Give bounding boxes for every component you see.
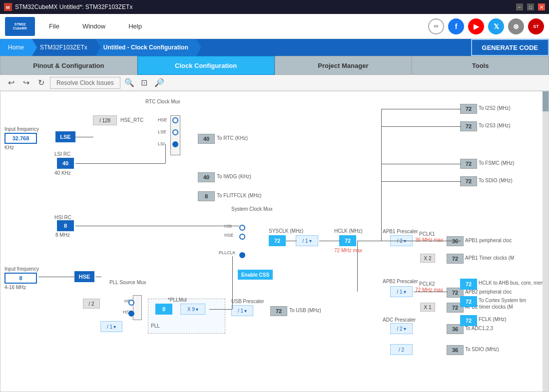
fsmc-value: 72	[460, 159, 477, 169]
ahb-prescaler[interactable]: / 1 ▾	[296, 235, 318, 246]
sdio2-value: 36	[447, 345, 464, 355]
hse-div128: / 128	[93, 115, 117, 125]
pll-hsi-radio[interactable]	[128, 300, 134, 306]
vertical-scrollbar[interactable]	[543, 91, 549, 392]
rtc-lsi-radio[interactable]	[172, 141, 178, 147]
line-hsi-sys	[75, 226, 239, 226]
rtc-unit: To RTC (KHz)	[217, 135, 248, 141]
i2s2-value: 72	[460, 104, 477, 114]
iwdg-unit: To IWDG (KHz)	[217, 174, 251, 179]
hsi-rc-label: HSI RC	[54, 215, 71, 220]
twitter-icon[interactable]: 𝕏	[488, 18, 504, 34]
hse-box: HSE	[74, 271, 94, 282]
flitfclk-value: 8	[198, 191, 215, 201]
app-logo: STM32 CubeMX	[5, 17, 35, 36]
menu-window[interactable]: Window	[78, 20, 109, 32]
apb2-prescaler[interactable]: / 1 ▾	[390, 286, 413, 297]
youtube-icon[interactable]: ▶	[468, 18, 484, 34]
line-i2s3	[381, 126, 461, 127]
fclk-value: 72	[460, 315, 477, 326]
menu-items: File Window Help	[45, 20, 428, 32]
generate-code-button[interactable]: GENERATE CODE	[471, 39, 549, 56]
redo-button[interactable]: ↪	[20, 77, 32, 89]
line-lse-mux	[75, 137, 93, 137]
line-sdio	[381, 181, 461, 182]
sys-pll-radio[interactable]	[239, 252, 245, 258]
usb-div[interactable]: / 1 ▾	[231, 305, 253, 316]
st-icon[interactable]: ST	[528, 18, 544, 34]
line-lsi-v	[165, 144, 166, 163]
tab-project[interactable]: Project Manager	[275, 56, 412, 75]
menu-help[interactable]: Help	[124, 20, 146, 32]
refresh-button[interactable]: ↻	[35, 77, 47, 89]
cortex-timer-value: 72	[460, 296, 477, 307]
sdio-value: 72	[460, 176, 477, 186]
cortex-timer-unit: To Cortex System tim	[479, 298, 526, 303]
lse-box: LSE	[55, 131, 75, 142]
enable-css-button[interactable]: Enable CSS	[238, 270, 273, 280]
sys-hsi-radio[interactable]	[239, 225, 245, 231]
input-freq1-value[interactable]: 32.768	[4, 133, 37, 144]
hsi-box: 8	[57, 220, 74, 231]
maximize-btn[interactable]: □	[527, 3, 534, 10]
network-icon[interactable]: ⊛	[508, 18, 524, 34]
rtc-lse-radio[interactable]	[172, 129, 178, 135]
window-controls[interactable]: − □ ✕	[516, 3, 545, 10]
pclk1-max: 36 MHz max	[415, 237, 443, 243]
apb1-periph-unit: APB1 peripheral cloc	[465, 238, 512, 243]
lsi-rtc-label: LSI	[158, 141, 165, 146]
adc-prescaler[interactable]: / 2 ▾	[390, 323, 413, 334]
sdio-unit: To SDIO (MHz)	[479, 178, 513, 183]
pll-multiplier[interactable]: X 9 ▾	[180, 304, 205, 315]
line-apb2-periph	[414, 292, 448, 292]
pll-div1[interactable]: / 1 ▾	[100, 321, 122, 332]
nav-page[interactable]: Untitled - Clock Configuration	[95, 39, 196, 56]
nav-device[interactable]: STM32F103ZETx	[32, 39, 95, 56]
sdio2-prescaler[interactable]: / 2	[390, 344, 413, 355]
zoom-in-button[interactable]: 🔍	[123, 77, 135, 89]
input-freq2-value[interactable]: 8	[4, 273, 37, 284]
tab-pinout[interactable]: Pinout & Configuration	[0, 56, 137, 75]
sys-hse-radio[interactable]	[239, 234, 245, 240]
pll-mul-label: *PLLMul	[168, 297, 187, 303]
pll-hse-radio[interactable]	[128, 311, 134, 317]
social-icons: 89 f ▶ 𝕏 ⊛ ST	[428, 18, 544, 34]
undo-button[interactable]: ↩	[5, 77, 17, 89]
sysclk-label: SYSCLK (MHz)	[269, 228, 303, 234]
main-content: Input frequency 32.768 KHz LSE LSI RC 40…	[0, 91, 549, 392]
fsmc-unit: To FSMC (MHz)	[479, 160, 515, 166]
title-bar: M STM32CubeMX Untitled*: STM32F103ZETx −…	[0, 0, 549, 14]
hsi-div2: / 2	[83, 299, 100, 309]
fclk-unit: FCLK (MHz)	[479, 317, 507, 322]
lsi-unit: 40 KHz	[54, 170, 71, 176]
pll-source-mux-label: PLL Source Mux	[109, 280, 146, 285]
apb1-timer-value: 72	[447, 254, 464, 264]
sdio2-unit: To SDIO (MHz)	[465, 347, 499, 352]
resolve-clock-button[interactable]: Resolve Clock Issues	[50, 77, 120, 89]
pll-mux-box	[133, 295, 142, 320]
clock-diagram: Input frequency 32.768 KHz LSE LSI RC 40…	[0, 91, 549, 392]
minimize-btn[interactable]: −	[516, 3, 523, 10]
hclk-value: 72	[339, 235, 356, 246]
adc-prescaler-label: ADC Prescaler	[383, 317, 416, 323]
input-freq2-label: Input frequency	[4, 266, 39, 272]
flitfclk-unit: To FLITFCLK (MHz)	[217, 193, 261, 198]
menu-file[interactable]: File	[45, 20, 63, 32]
pll-value: 8	[155, 304, 172, 315]
tab-clock[interactable]: Clock Configuration	[137, 56, 275, 75]
hclk-ahb-value: 72	[460, 279, 477, 290]
close-btn[interactable]: ✕	[538, 3, 545, 10]
scrollbar-thumb[interactable]	[543, 91, 549, 111]
facebook-icon[interactable]: f	[448, 18, 464, 34]
tab-tools[interactable]: Tools	[412, 56, 549, 75]
line-pll-pllclk	[209, 309, 232, 310]
lsi-box: 40	[57, 158, 74, 169]
rtc-hse-radio[interactable]	[172, 117, 178, 123]
sysclk-value: 72	[269, 235, 286, 246]
zoom-out-button[interactable]: 🔎	[153, 77, 165, 89]
line-v-right	[381, 109, 382, 241]
nav-home[interactable]: Home	[0, 39, 32, 56]
fit-button[interactable]: ⊡	[138, 77, 150, 89]
hsi-unit: 8 MHz	[55, 232, 70, 238]
line-hclk-v	[357, 241, 358, 292]
